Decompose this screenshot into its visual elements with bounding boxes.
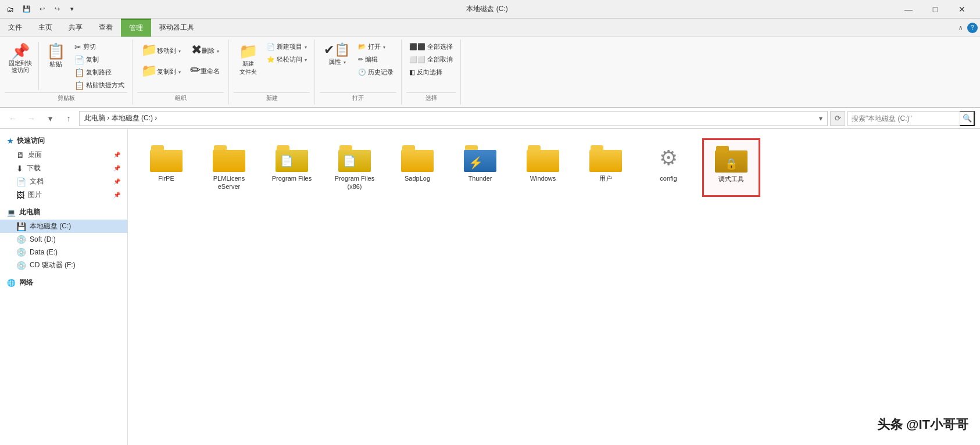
tab-home[interactable]: 主页	[30, 19, 60, 37]
ribbon: 文件 主页 共享 查看 管理 驱动器工具 ∧ ? 📌 固定到快速访问 📋 粘	[0, 19, 980, 108]
rename-label: 重命名	[201, 67, 220, 76]
documents-icon: 📄	[16, 177, 26, 186]
ribbon-help-button[interactable]: ?	[967, 23, 978, 33]
quick-access-star-icon: ★	[7, 137, 13, 145]
copy-button[interactable]: 📄 复制	[71, 53, 127, 66]
new-item-label: 新建项目 ▾	[277, 42, 307, 51]
folder-plmlicense[interactable]: PLMLicenseServer	[200, 138, 258, 197]
sidebar-item-desktop[interactable]: 🖥 桌面 📌	[0, 148, 127, 162]
firpe-label: FirPE	[158, 174, 174, 182]
copy-to-button[interactable]: 📁 复制到 ▾	[137, 62, 185, 81]
folder-firpe[interactable]: FirPE	[137, 138, 195, 197]
copy-path-button[interactable]: 📋 复制路径	[71, 66, 127, 78]
sadplog-folder-icon	[401, 144, 434, 172]
tab-drive-tools[interactable]: 驱动器工具	[151, 19, 202, 37]
delete-button[interactable]: ✖ 删除 ▾	[186, 41, 224, 60]
sidebar-item-d-drive[interactable]: 💿 Soft (D:)	[0, 233, 127, 246]
divider1	[38, 42, 39, 90]
tab-file[interactable]: 文件	[0, 19, 30, 37]
history-button[interactable]: 🕐 历史记录	[355, 66, 396, 78]
paste-button[interactable]: 📋 粘贴	[41, 41, 70, 71]
move-to-icon: 📁	[141, 44, 157, 56]
new-folder-icon: 📁	[239, 44, 257, 59]
sidebar-item-e-drive[interactable]: 💿 Data (E:)	[0, 246, 127, 259]
sidebar-item-pictures[interactable]: 🖼 图片 📌	[0, 188, 127, 202]
folder-windows[interactable]: Windows	[514, 138, 572, 197]
sidebar-item-documents[interactable]: 📄 文档 📌	[0, 175, 127, 188]
folder-sadplog[interactable]: SadpLog	[388, 138, 446, 197]
close-button[interactable]: ✕	[949, 0, 975, 19]
sidebar-network[interactable]: 🌐 网络	[0, 275, 127, 290]
recent-locations-button[interactable]: ▾	[42, 111, 58, 126]
qat-save-button[interactable]: 💾	[20, 2, 34, 16]
ribbon-group-select: ⬛⬛ 全部选择 ⬜⬜ 全部取消 ◧ 反向选择 选择	[402, 40, 461, 105]
folder-program-files[interactable]: 📄 Program Files	[263, 138, 321, 197]
ribbon-group-new: 📁 新建文件夹 📄 新建项目 ▾ ⭐ 轻松访问 ▾ 新建	[229, 40, 315, 105]
copy-to-icon: 📁	[141, 64, 157, 77]
windows-folder-icon	[527, 144, 559, 172]
watermark: 头条 @IT小哥哥	[877, 416, 968, 433]
program-files-folder-icon: 📄	[276, 144, 308, 172]
qat-dropdown-button[interactable]: ▾	[65, 2, 79, 16]
title-bar-left: 🗂 💾 ↩ ↪ ▾	[5, 2, 79, 16]
new-folder-button[interactable]: 📁 新建文件夹	[234, 41, 263, 79]
file-config[interactable]: ⚙ config	[639, 138, 698, 197]
sidebar: ★ 快速访问 🖥 桌面 📌 ⬇ 下载 📌 📄 文档 📌 🖼 图片 📌 💻 此电脑	[0, 129, 128, 445]
search-box: 🔍	[847, 111, 975, 126]
ribbon-content: 📌 固定到快速访问 📋 粘贴 ✂ 剪切 📄	[0, 37, 980, 107]
open-col: 📂 打开 ▾ ✏ 编辑 🕐 历史记录	[355, 41, 396, 78]
folder-users[interactable]: 用户	[577, 138, 635, 197]
sidebar-quick-access[interactable]: ★ 快速访问	[0, 134, 127, 148]
select-none-button[interactable]: ⬜⬜ 全部取消	[406, 53, 456, 66]
search-button[interactable]: 🔍	[960, 111, 975, 126]
easy-access-icon: ⭐	[267, 56, 275, 63]
documents-label: 文档	[30, 177, 44, 186]
content-area: FirPE PLMLicenseServer 📄 Program Files	[128, 129, 980, 445]
open-button[interactable]: 📂 打开 ▾	[355, 41, 396, 53]
sidebar-item-f-drive[interactable]: 💿 CD 驱动器 (F:)	[0, 259, 127, 272]
forward-button[interactable]: →	[23, 111, 40, 126]
pin-to-quick-access-button[interactable]: 📌 固定到快速访问	[5, 41, 36, 77]
ribbon-collapse-button[interactable]: ∧	[953, 21, 967, 35]
invert-selection-button[interactable]: ◧ 反向选择	[406, 66, 456, 78]
folder-debug-tools[interactable]: 🔒 调式工具	[702, 138, 760, 197]
up-button[interactable]: ↑	[60, 111, 77, 126]
address-path[interactable]: 此电脑 › 本地磁盘 (C:) › ▾	[79, 111, 828, 126]
folder-thunder[interactable]: ⚡ Thunder	[451, 138, 509, 197]
tab-manage[interactable]: 管理	[121, 19, 151, 37]
qat-undo-button[interactable]: ↩	[35, 2, 49, 16]
folder-program-files-x86[interactable]: 📄 Program Files (x86)	[326, 138, 384, 197]
back-button[interactable]: ←	[5, 111, 21, 126]
properties-button[interactable]: ✔📋 属性 ▾	[320, 41, 354, 69]
tab-view[interactable]: 查看	[91, 19, 121, 37]
tab-share[interactable]: 共享	[60, 19, 91, 37]
easy-access-button[interactable]: ⭐ 轻松访问 ▾	[264, 53, 310, 66]
ribbon-group-organize: 📁 移动到 ▾ 📁 复制到 ▾ ✖ 删除 ▾ ✏ 重命名	[133, 40, 229, 105]
new-item-button[interactable]: 📄 新建项目 ▾	[264, 41, 310, 53]
program-files-x86-label: Program Files (x86)	[329, 174, 380, 191]
cut-label: 剪切	[83, 42, 96, 51]
move-to-button[interactable]: 📁 移动到 ▾	[137, 41, 185, 60]
sidebar-item-c-drive[interactable]: 💾 本地磁盘 (C:)	[0, 220, 127, 233]
select-group-label: 选择	[406, 92, 456, 103]
invert-icon: ◧	[409, 69, 415, 76]
f-drive-icon: 💿	[16, 261, 26, 270]
sidebar-this-pc[interactable]: 💻 此电脑	[0, 205, 127, 220]
users-folder-icon	[589, 144, 622, 172]
minimize-button[interactable]: —	[895, 0, 922, 19]
refresh-button[interactable]: ⟳	[830, 111, 845, 126]
select-col: ⬛⬛ 全部选择 ⬜⬜ 全部取消 ◧ 反向选择	[406, 41, 456, 78]
rename-icon: ✏	[190, 64, 201, 77]
search-input[interactable]	[848, 114, 960, 123]
select-all-button[interactable]: ⬛⬛ 全部选择	[406, 41, 456, 53]
sadplog-label: SadpLog	[405, 174, 430, 182]
copy-path-icon: 📋	[74, 69, 84, 77]
qat-redo-button[interactable]: ↪	[50, 2, 64, 16]
paste-shortcut-button[interactable]: 📋 粘贴快捷方式	[71, 79, 127, 91]
maximize-button[interactable]: □	[922, 0, 949, 19]
edit-button[interactable]: ✏ 编辑	[355, 53, 396, 66]
sidebar-item-downloads[interactable]: ⬇ 下载 📌	[0, 162, 127, 175]
cut-button[interactable]: ✂ 剪切	[71, 41, 127, 53]
rename-button[interactable]: ✏ 重命名	[186, 61, 224, 81]
new-folder-label: 新建文件夹	[239, 60, 257, 76]
